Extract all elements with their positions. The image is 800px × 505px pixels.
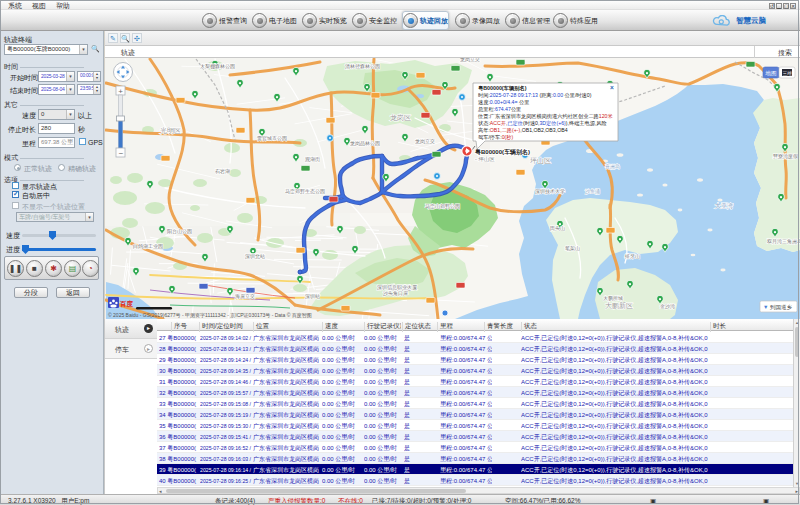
svg-text:田头山: 田头山 bbox=[550, 225, 565, 231]
svg-text:高年:OB1,二路(+-),OB1,OB2,OB3,OB4: 高年:OB1,二路(+-),OB1,OB2,OB3,OB4 bbox=[478, 127, 568, 134]
svg-text:马峦山郊野公园: 马峦山郊野公园 bbox=[425, 203, 460, 210]
svg-text:时间:2025-07-28 09:17:13 (距离:0: 时间:2025-07-28 09:17:13 (距离:0.00 公里/时速0) bbox=[478, 92, 592, 99]
svg-text:粤B00000(车辆别名): 粤B00000(车辆别名) bbox=[478, 85, 527, 92]
svg-text:喜洲岛: 喜洲岛 bbox=[605, 163, 620, 170]
svg-text:大亚湾: 大亚湾 bbox=[715, 202, 733, 210]
svg-text:深圳信息职业大厦: 深圳信息职业大厦 bbox=[377, 284, 417, 291]
svg-text:总里程:674.47公里: 总里程:674.47公里 bbox=[477, 106, 521, 112]
svg-text:排牙山: 排牙山 bbox=[624, 253, 640, 259]
svg-text:速度:0.00+0/4.4= 公里: 速度:0.00+0/4.4= 公里 bbox=[478, 99, 529, 106]
svg-text:大梨棚森林公园: 大梨棚森林公园 bbox=[200, 63, 235, 70]
svg-text:阳台山公园: 阳台山公园 bbox=[167, 228, 192, 235]
svg-text:清林径森林公园: 清林径森林公园 bbox=[345, 63, 380, 70]
svg-text:© 2025 Baidu - GS(2019)6277号 -: © 2025 Baidu - GS(2019)6277号 - 甲测资字11111… bbox=[108, 312, 312, 319]
svg-text:金沙湾: 金沙湾 bbox=[660, 303, 675, 310]
svg-text:沙头角口岸: 沙头角口岸 bbox=[383, 290, 408, 297]
svg-text:位置:广东省深圳市龙岗区横岗街道六约社区创业二路120米: 位置:广东省深圳市龙岗区横岗街道六约社区创业二路120米 bbox=[477, 113, 613, 120]
svg-text:双月湾三角洲岛: 双月湾三角洲岛 bbox=[767, 238, 800, 245]
svg-text:深圳技术大学: 深圳技术大学 bbox=[535, 188, 565, 195]
svg-text:观湖街: 观湖街 bbox=[305, 156, 320, 163]
svg-text:马峦郊野生态公园: 马峦郊野生态公园 bbox=[285, 188, 325, 195]
svg-text:▼: ▼ bbox=[763, 304, 768, 310]
svg-text:大鹏所城: 大鹏所城 bbox=[603, 295, 623, 301]
svg-text:龙岗区: 龙岗区 bbox=[390, 114, 411, 122]
svg-text:龙岗立交: 龙岗立交 bbox=[415, 138, 435, 145]
svg-text:坪山区: 坪山区 bbox=[529, 157, 551, 164]
svg-text:石岩湖: 石岩湖 bbox=[215, 168, 230, 175]
svg-text:三维: 三维 bbox=[783, 71, 793, 76]
svg-text:百度: 百度 bbox=[119, 300, 134, 308]
svg-text:−: − bbox=[119, 149, 124, 158]
svg-text:沙鱼涌: 沙鱼涌 bbox=[585, 188, 600, 195]
svg-text:×: × bbox=[610, 84, 614, 91]
svg-text:驾车/停车:0(秒): 驾车/停车:0(秒) bbox=[478, 134, 513, 141]
svg-text:大鹏新区: 大鹏新区 bbox=[605, 301, 633, 309]
svg-text:海岸立交: 海岸立交 bbox=[235, 293, 255, 300]
svg-text:光明区: 光明区 bbox=[160, 127, 181, 135]
svg-text:深圳北站: 深圳北站 bbox=[245, 253, 265, 260]
svg-text:粤B00000(车辆别名): 粤B00000(车辆别名) bbox=[474, 148, 530, 156]
svg-text:白鸽湖工业园: 白鸽湖工业园 bbox=[133, 243, 163, 250]
svg-text:到国道乡: 到国道乡 bbox=[770, 304, 793, 311]
svg-text:+: + bbox=[118, 87, 123, 96]
svg-text:地图: 地图 bbox=[765, 70, 777, 77]
svg-text:龙岗品林公园: 龙岗品林公园 bbox=[350, 140, 380, 147]
svg-text:深圳站: 深圳站 bbox=[305, 293, 320, 300]
svg-text:状态:ACC开,已定位(时速0,3D定位(+6)),终端主电: 状态:ACC开,已定位(时速0,3D定位(+6)),终端主电源,风险 bbox=[477, 120, 607, 127]
svg-text:- 坪山区: - 坪山区 bbox=[475, 156, 495, 162]
svg-text:雷官城市公园: 雷官城市公园 bbox=[257, 135, 287, 142]
svg-text:笔架山: 笔架山 bbox=[565, 245, 580, 251]
svg-text:巽寮湾度假: 巽寮湾度假 bbox=[773, 153, 798, 160]
